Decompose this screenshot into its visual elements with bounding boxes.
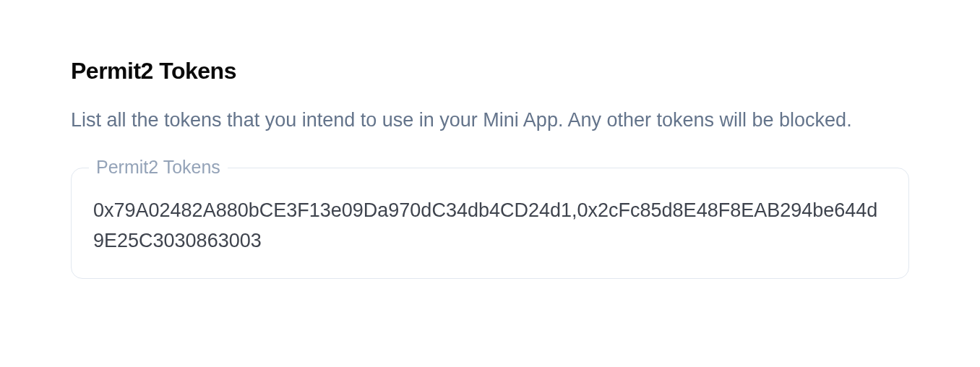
field-label: Permit2 Tokens <box>89 157 228 178</box>
permit2-tokens-input[interactable]: 0x79A02482A880bCE3F13e09Da970dC34db4CD24… <box>93 196 887 256</box>
section-title: Permit2 Tokens <box>71 58 909 85</box>
permit2-tokens-field[interactable]: Permit2 Tokens 0x79A02482A880bCE3F13e09D… <box>71 168 909 279</box>
section-description: List all the tokens that you intend to u… <box>71 105 909 136</box>
